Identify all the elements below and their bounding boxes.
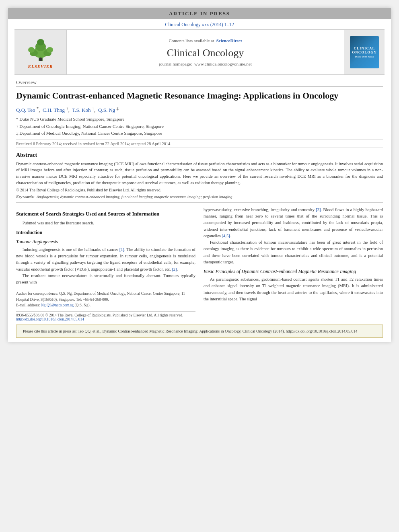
author-koh: T.S. Koh (72, 107, 90, 113)
journal-badge-icon: CLINICAL ONCOLOGY ISSN 0936-6555 (350, 36, 379, 68)
journal-title-main: Clinical Oncology (167, 47, 244, 59)
author-ng-ddagger: ‡ (117, 106, 119, 111)
affil-3-text: ‡ Department of Medical Oncology, Nation… (16, 131, 162, 136)
introduction-heading: Introduction (16, 230, 195, 236)
citation-bar: Please cite this article in press as: Te… (16, 325, 383, 338)
left-column: Statement of Search Strategies Used and … (16, 207, 195, 322)
affiliation-3: ‡ Department of Medical Oncology, Nation… (16, 130, 383, 137)
ref-45-link[interactable]: [4,5] (222, 234, 230, 238)
sciencedirect-prefix: Contents lists available at (169, 38, 214, 43)
main-content: Overview Dynamic Contrast-enhanced Magne… (8, 75, 391, 342)
elsevier-brand-text: ELSEVIER (28, 64, 53, 69)
article-in-press-bar: ARTICLE IN PRESS (8, 8, 391, 19)
sciencedirect-label: ScienceDirect (216, 38, 242, 43)
svg-rect-9 (39, 60, 42, 61)
abstract-section: Abstract Dynamic contrast-enhanced magne… (16, 152, 383, 203)
overview-label: Overview (16, 79, 383, 87)
right-column: hypervascularity, excessive branching, i… (204, 207, 383, 322)
doi-link[interactable]: http://dx.doi.org/10.1016/j.clon.2014.05… (16, 317, 195, 321)
sciencedirect-line: Contents lists available at ScienceDirec… (169, 38, 242, 43)
ref-1-link[interactable]: [1] (119, 247, 124, 252)
journal-ref-line: Clinical Oncology xxx (2014) 1–12 (8, 19, 391, 29)
author-teo-star: * (37, 106, 39, 111)
author-thng-dagger: † (66, 106, 68, 111)
authors-line: Q.Q. Teo *, C.H. Thng †, T.S. Koh †, Q.S… (16, 106, 383, 113)
intro-para-2: The resultant tumour neovasculature is s… (16, 273, 195, 286)
journal-logo-right-block: CLINICAL ONCOLOGY ISSN 0936-6555 (344, 30, 385, 74)
homepage-prefix: journal homepage: (159, 62, 192, 66)
homepage-url: www.clinicaloncologyonline.net (194, 62, 252, 66)
email-label: E-mail address: (16, 303, 41, 307)
article-in-press-label: ARTICLE IN PRESS (169, 10, 230, 16)
keywords-line: Key words: Angiogenesis; dynamic contras… (16, 195, 383, 199)
svg-point-3 (37, 39, 44, 45)
affil-1-text: * Duke NUS Graduate Medical School Singa… (16, 117, 124, 121)
copyright-text: © 2014 The Royal College of Radiologists… (16, 188, 383, 192)
footnote-text: Author for correspondence: Q.S. Ng, Depa… (16, 291, 195, 308)
right-para-3: As paramagnetic substances, gadolinium-b… (204, 276, 383, 302)
footnote-divider (16, 289, 64, 289)
search-strategies-heading: Statement of Search Strategies Used and … (16, 211, 195, 218)
intro-para-1: Inducing angiogenesis is one of the hall… (16, 246, 195, 273)
right-para-2: Functional characterisation of tumour mi… (204, 239, 383, 265)
article-title: Dynamic Contrast-enhanced Magnetic Reson… (16, 90, 383, 102)
svg-point-6 (28, 47, 35, 53)
right-para-1: hypervascularity, excessive branching, i… (204, 207, 383, 239)
journal-ref-text: Clinical Oncology xxx (2014) 1–12 (165, 22, 234, 27)
elsevier-tree-icon (23, 36, 59, 62)
email-link[interactable]: Ng.QS@nccs.com.sg (41, 303, 74, 307)
citation-text: Please cite this article in press as: Te… (23, 329, 357, 333)
keywords-label: Key words: (16, 195, 35, 199)
affiliation-1: * Duke NUS Graduate Medical School Singa… (16, 116, 383, 123)
issn-text: 0936-6555/$36.00 © 2014 The Royal Colleg… (16, 313, 195, 317)
issn-footer: 0936-6555/$36.00 © 2014 The Royal Colleg… (16, 311, 195, 321)
journal-center-block: Contents lists available at ScienceDirec… (67, 30, 344, 74)
tumour-angiogenesis-heading: Tumour Angiogenesis (16, 239, 195, 245)
ref-3-link[interactable]: [3] (316, 207, 321, 212)
author-koh-dagger: † (92, 106, 94, 111)
two-column-body: Statement of Search Strategies Used and … (16, 207, 383, 322)
affiliation-2: † Department of Oncologic Imaging, Natio… (16, 123, 383, 130)
elsevier-logo-block: ELSEVIER (14, 30, 67, 74)
affil-2-text: † Department of Oncologic Imaging, Natio… (16, 124, 164, 129)
footnote-heading-text: Author for correspondence: Q.S. Ng, Depa… (16, 292, 185, 301)
affiliations-block: * Duke NUS Graduate Medical School Singa… (16, 116, 383, 137)
page: ARTICLE IN PRESS Clinical Oncology xxx (… (8, 8, 391, 342)
abstract-title: Abstract (16, 152, 383, 158)
search-strategies-text: Pubmed was used for the literature searc… (16, 220, 195, 226)
author-ng: Q.S. Ng (98, 107, 115, 113)
keywords-text: Angiogenesis; dynamic contrast-enhanced … (37, 195, 232, 199)
abstract-text: Dynamic contrast-enhanced magnetic reson… (16, 161, 383, 186)
basic-principles-heading: Basic Principles of Dynamic Contrast-enh… (204, 269, 383, 275)
author-teo: Q.Q. Teo (16, 107, 35, 113)
svg-point-7 (47, 47, 53, 53)
author-thng: C.H. Thng (43, 107, 65, 113)
footnote-email-name: (Q.S. Ng). (74, 303, 90, 307)
journal-header: ELSEVIER Contents lists available at Sci… (14, 29, 385, 75)
received-line: Received 6 February 2014; received in re… (16, 140, 383, 148)
journal-homepage: journal homepage: www.clinicaloncologyon… (159, 62, 252, 66)
ref-2-link[interactable]: [2] (172, 267, 177, 271)
